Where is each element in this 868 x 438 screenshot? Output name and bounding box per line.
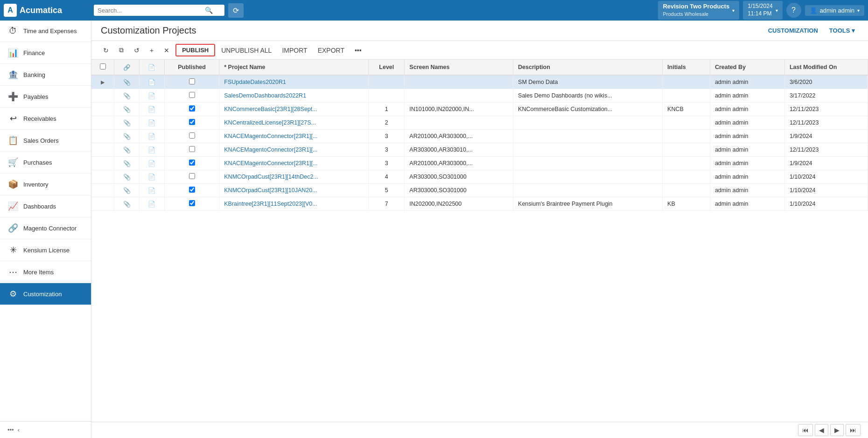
sidebar-footer[interactable]: ••• ‹ xyxy=(0,421,91,438)
sidebar-item-sales-orders[interactable]: 📋Sales Orders xyxy=(0,130,91,152)
search-input[interactable] xyxy=(98,7,205,14)
sidebar-item-payables[interactable]: ➕Payables xyxy=(0,86,91,108)
row-expand-cell[interactable] xyxy=(91,143,114,157)
add-button[interactable]: + xyxy=(146,44,158,56)
row-expand-cell[interactable] xyxy=(91,89,114,103)
project-name-link[interactable]: KBraintree[23R1][11Sept2023][V0... xyxy=(224,201,317,207)
search-box[interactable]: 🔍 xyxy=(94,5,224,16)
project-name-link[interactable]: KNACEMagentoConnector[23R1][... xyxy=(224,133,317,139)
published-checkbox[interactable] xyxy=(189,92,195,98)
import-button[interactable]: IMPORT xyxy=(278,44,311,56)
table-row[interactable]: 📎📄KNCommerceBasic[23R1][28Sept...1IN1010… xyxy=(91,103,868,116)
more-actions-button[interactable]: ••• xyxy=(350,44,366,56)
next-page-button[interactable]: ▶ xyxy=(830,424,844,436)
table-row[interactable]: 📎📄KNMCOrpadCust[23R1][10JAN20...5AR30300… xyxy=(91,184,868,197)
table-row[interactable]: 📎📄KNCentralizedLicense[23R1][27S...2admi… xyxy=(91,116,868,130)
sidebar-item-customization[interactable]: ⚙Customization xyxy=(0,283,91,305)
project-name-cell[interactable]: SalesDemoDashboards2022R1 xyxy=(219,89,369,103)
row-expand-cell[interactable]: ▶ xyxy=(91,75,114,89)
copy-button[interactable]: ⧉ xyxy=(115,44,128,56)
sidebar-item-more-items[interactable]: ⋯More Items xyxy=(0,261,91,283)
sidebar-item-dashboards[interactable]: 📈Dashboards xyxy=(0,195,91,217)
published-checkbox[interactable] xyxy=(189,173,195,179)
logo-icon: A xyxy=(4,4,17,17)
published-checkbox[interactable] xyxy=(189,200,195,206)
unpublish-all-button[interactable]: UNPUBLISH ALL xyxy=(217,44,276,56)
row-expand-cell[interactable] xyxy=(91,130,114,143)
tools-button[interactable]: TOOLS ▾ xyxy=(826,25,859,36)
table-row[interactable]: 📎📄SalesDemoDashboards2022R1Sales Demo Da… xyxy=(91,89,868,103)
row-expand-cell[interactable] xyxy=(91,197,114,211)
project-name-cell[interactable]: KNACEMagentoConnector[23R1][... xyxy=(219,143,369,157)
sidebar-item-time-expenses[interactable]: ⏱Time and Expenses xyxy=(0,21,91,42)
sidebar-item-inventory[interactable]: 📦Inventory xyxy=(0,174,91,195)
published-checkbox[interactable] xyxy=(189,105,195,111)
select-all-checkbox[interactable] xyxy=(100,63,106,70)
published-checkbox[interactable] xyxy=(189,146,195,152)
sidebar-item-receivables[interactable]: ↩Receivables xyxy=(0,108,91,130)
publish-button[interactable]: PUBLISH xyxy=(175,44,215,56)
project-name-link[interactable]: KNACEMagentoConnector[23R1][... xyxy=(224,160,317,167)
help-button[interactable]: ? xyxy=(786,3,801,18)
project-name-cell[interactable]: KNMCOrpadCust[23R1][14thDec2... xyxy=(219,170,369,184)
row-expand-cell[interactable] xyxy=(91,157,114,170)
row-expand-cell[interactable] xyxy=(91,184,114,197)
sidebar-item-purchases[interactable]: 🛒Purchases xyxy=(0,152,91,174)
customization-button[interactable]: CUSTOMIZATION xyxy=(764,25,822,36)
date-selector[interactable]: 1/15/2024 11:14 PM ▾ xyxy=(743,1,782,19)
published-checkbox[interactable] xyxy=(189,119,195,125)
project-name-link[interactable]: KNCommerceBasic[23R1][28Sept... xyxy=(224,106,317,112)
attachment-icon: 📎 xyxy=(123,92,131,99)
sidebar-collapse-icon[interactable]: ‹ xyxy=(18,426,20,433)
row-expand-cell[interactable] xyxy=(91,170,114,184)
project-name-cell[interactable]: KBraintree[23R1][11Sept2023][V0... xyxy=(219,197,369,211)
created-by-cell: admin admin xyxy=(710,103,784,116)
sidebar-item-kensium[interactable]: ✳Kensium License xyxy=(0,239,91,261)
row-toggle-icon[interactable]: ▶ xyxy=(101,79,105,85)
logo[interactable]: A Acumatica xyxy=(4,4,90,17)
export-button[interactable]: EXPORT xyxy=(314,44,349,56)
published-checkbox[interactable] xyxy=(189,160,195,166)
project-name-link[interactable]: SalesDemoDashboards2022R1 xyxy=(224,92,306,99)
sidebar-item-magento[interactable]: 🔗Magento Connector xyxy=(0,217,91,239)
user-selector[interactable]: 👤 admin admin ▾ xyxy=(805,5,864,16)
row-expand-cell[interactable] xyxy=(91,103,114,116)
project-name-link[interactable]: KNACEMagentoConnector[23R1][... xyxy=(224,146,317,153)
company-selector[interactable]: Revision Two Products Products Wholesale… xyxy=(658,1,739,19)
initials-cell xyxy=(663,170,710,184)
project-name-cell[interactable]: FSUpdateDates2020R1 xyxy=(219,75,369,89)
sidebar-item-banking[interactable]: 🏦Banking xyxy=(0,64,91,86)
delete-button[interactable]: ✕ xyxy=(160,44,174,56)
undo-button[interactable]: ↺ xyxy=(130,44,144,56)
project-name-link[interactable]: KNCentralizedLicense[23R1][27S... xyxy=(224,119,316,126)
refresh-button[interactable]: ↻ xyxy=(99,44,113,56)
history-button[interactable]: ⟳ xyxy=(228,3,244,18)
first-page-button[interactable]: ⏮ xyxy=(798,424,813,436)
last-page-button[interactable]: ⏭ xyxy=(846,424,861,436)
table-row[interactable]: ▶📎📄FSUpdateDates2020R1SM Demo Dataadmin … xyxy=(91,75,868,89)
level-cell xyxy=(369,75,405,89)
published-checkbox[interactable] xyxy=(189,78,195,84)
table-row[interactable]: 📎📄KNACEMagentoConnector[23R1][...3AR3030… xyxy=(91,143,868,157)
project-name-cell[interactable]: KNCentralizedLicense[23R1][27S... xyxy=(219,116,369,130)
table-row[interactable]: 📎📄KNACEMagentoConnector[23R1][...3AR2010… xyxy=(91,130,868,143)
table-row[interactable]: 📎📄KNMCOrpadCust[23R1][14thDec2...4AR3030… xyxy=(91,170,868,184)
project-name-link[interactable]: FSUpdateDates2020R1 xyxy=(224,79,286,85)
table-row[interactable]: 📎📄KNACEMagentoConnector[23R1][...3AR2010… xyxy=(91,157,868,170)
description-cell xyxy=(513,184,663,197)
table-row[interactable]: 📎📄KBraintree[23R1][11Sept2023][V0...7IN2… xyxy=(91,197,868,211)
project-name-cell[interactable]: KNMCOrpadCust[23R1][10JAN20... xyxy=(219,184,369,197)
sidebar-item-finance[interactable]: 📊Finance xyxy=(0,42,91,64)
row-expand-cell[interactable] xyxy=(91,116,114,130)
published-checkbox[interactable] xyxy=(189,132,195,139)
prev-page-button[interactable]: ◀ xyxy=(815,424,828,436)
published-checkbox[interactable] xyxy=(189,187,195,193)
project-name-link[interactable]: KNMCOrpadCust[23R1][10JAN20... xyxy=(224,187,317,194)
table-area: 🔗📄Published* Project NameLevelScreen Nam… xyxy=(91,60,868,422)
project-name-cell[interactable]: KNACEMagentoConnector[23R1][... xyxy=(219,157,369,170)
project-name-cell[interactable]: KNCommerceBasic[23R1][28Sept... xyxy=(219,103,369,116)
project-name-link[interactable]: KNMCOrpadCust[23R1][14thDec2... xyxy=(224,174,318,180)
published-cell xyxy=(164,184,219,197)
inventory-icon: 📦 xyxy=(7,179,19,189)
project-name-cell[interactable]: KNACEMagentoConnector[23R1][... xyxy=(219,130,369,143)
